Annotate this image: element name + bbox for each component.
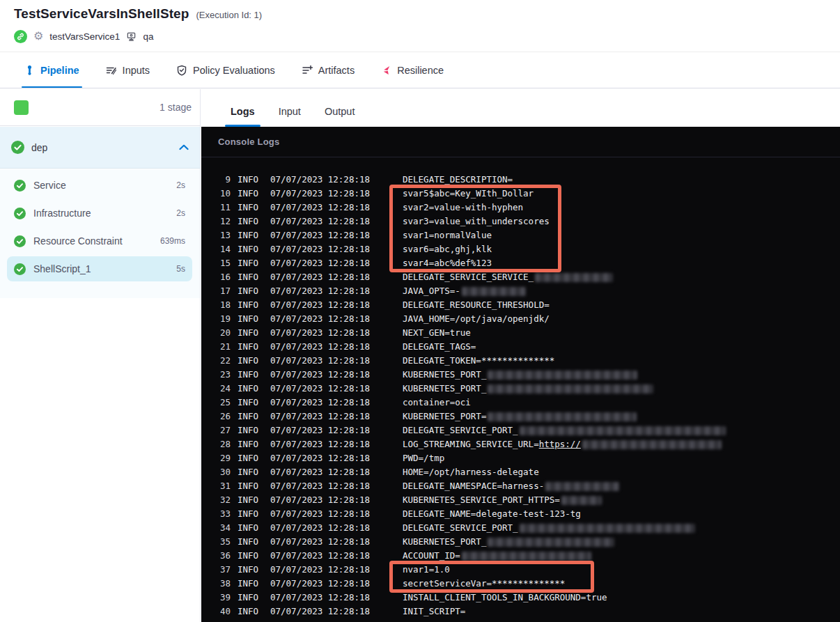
chevron-up-icon[interactable] — [179, 144, 189, 150]
log-text: KUBERNETES_PORT_ — [403, 368, 486, 382]
log-text: JAVA_HOME=/opt/java/openjdk/ — [403, 312, 550, 326]
title-row: TestServiceVarsInShellStep (Execution Id… — [14, 6, 262, 22]
step-label: Infrastructure — [33, 208, 169, 219]
console-header: Console Logs — [201, 127, 840, 157]
log-text: ACCOUNT_ID= — [403, 549, 460, 563]
resilience-icon — [381, 65, 391, 76]
step-success-check-icon — [14, 263, 26, 275]
log-tab-output[interactable]: Output — [325, 106, 355, 127]
log-line-number: 22 — [201, 354, 231, 368]
execution-sidebar: 1 stage dep Service2sInfrastructure2sRes… — [0, 89, 201, 622]
log-tab-input[interactable]: Input — [279, 106, 301, 127]
tab-artifacts[interactable]: Artifacts — [302, 53, 355, 88]
log-level: INFO — [238, 298, 262, 312]
log-level: INFO — [238, 549, 262, 563]
log-text: DELEGATE_NAMESPACE=harness- — [403, 479, 544, 493]
log-level: INFO — [238, 228, 262, 242]
step-duration: 2s — [176, 208, 185, 218]
log-text: svar1=normalValue — [403, 228, 492, 242]
log-timestamp: 07/07/2023 12:28:18 — [270, 326, 369, 340]
log-timestamp: 07/07/2023 12:28:18 — [270, 284, 369, 298]
log-line-number: 14 — [201, 242, 231, 256]
log-line-number: 39 — [201, 591, 231, 605]
log-level: INFO — [238, 396, 262, 410]
log-text: INSTALL_CLIENT_TOOLS_IN_BACKGROUND=true — [403, 591, 607, 605]
sidebar-step-service[interactable]: Service2s — [7, 173, 192, 198]
log-line-9: 9INFO07/07/2023 12:28:18DELEGATE_DESCRIP… — [201, 173, 840, 187]
log-line-10: 10INFO07/07/2023 12:28:18svar5$abc=Key_W… — [201, 187, 840, 201]
service-name[interactable]: testVarsService1 — [49, 31, 120, 42]
log-level: INFO — [238, 577, 262, 591]
log-timestamp: 07/07/2023 12:28:18 — [270, 535, 369, 549]
artifacts-icon — [302, 65, 313, 76]
environment-name[interactable]: qa — [143, 31, 153, 42]
redacted-value — [520, 524, 695, 533]
console-log-lines: 9INFO07/07/2023 12:28:18DELEGATE_DESCRIP… — [201, 173, 840, 619]
tab-pipeline[interactable]: Pipeline — [24, 53, 79, 88]
log-line-number: 37 — [201, 563, 231, 577]
step-duration: 5s — [176, 264, 185, 274]
log-line-34: 34INFO07/07/2023 12:28:18DELEGATE_SERVIC… — [201, 521, 840, 535]
redacted-value — [462, 287, 526, 296]
log-timestamp: 07/07/2023 12:28:18 — [270, 228, 369, 242]
step-label: Service — [33, 180, 169, 191]
tab-policy-evaluations[interactable]: Policy Evaluations — [176, 53, 275, 88]
sidebar-step-shellscript-1[interactable]: ShellScript_15s — [7, 256, 192, 281]
redacted-value — [545, 482, 619, 491]
log-line-number: 30 — [201, 465, 231, 479]
log-line-number: 25 — [201, 396, 231, 410]
log-message: secretServiceVar=************** — [403, 577, 565, 591]
log-level: INFO — [238, 410, 262, 423]
log-line-32: 32INFO07/07/2023 12:28:18KUBERNETES_SERV… — [201, 493, 840, 507]
log-timestamp: 07/07/2023 12:28:18 — [270, 187, 369, 201]
tab-inputs[interactable]: Inputs — [106, 53, 150, 88]
log-message: svar6=abc,ghj,klk — [403, 242, 492, 256]
log-level: INFO — [238, 563, 262, 577]
log-line-number: 15 — [201, 256, 231, 270]
stage-status-square[interactable] — [14, 100, 29, 115]
inputs-icon — [106, 65, 117, 76]
log-message: KUBERNETES_PORT= — [403, 410, 637, 423]
sidebar-step-resource-constraint[interactable]: Resource Constraint639ms — [7, 228, 192, 254]
step-label: ShellScript_1 — [33, 263, 169, 274]
stage-group-dep[interactable]: dep — [0, 127, 200, 169]
log-line-13: 13INFO07/07/2023 12:28:18svar1=normalVal… — [201, 228, 840, 242]
environment-icon — [126, 31, 137, 42]
tab-pipeline-label: Pipeline — [40, 65, 79, 76]
log-timestamp: 07/07/2023 12:28:18 — [270, 201, 369, 215]
log-line-number: 27 — [201, 423, 231, 437]
log-line-number: 32 — [201, 493, 231, 507]
log-url-link[interactable]: https:// — [539, 437, 581, 451]
log-text: nvar1=1.0 — [403, 563, 450, 577]
sidebar-step-infrastructure[interactable]: Infrastructure2s — [7, 201, 192, 226]
log-timestamp: 07/07/2023 12:28:18 — [270, 563, 369, 577]
log-message: DELEGATE_RESOURCE_THRESHOLD= — [403, 298, 550, 312]
log-text: svar5$abc=Key_WIth_Dollar — [403, 187, 534, 201]
log-line-29: 29INFO07/07/2023 12:28:18PWD=/tmp — [201, 451, 840, 465]
log-tab-logs[interactable]: Logs — [231, 106, 255, 127]
log-level: INFO — [238, 423, 262, 437]
log-level: INFO — [238, 326, 262, 340]
log-line-14: 14INFO07/07/2023 12:28:18svar6=abc,ghj,k… — [201, 242, 840, 256]
log-text: JAVA_OPTS=- — [403, 284, 460, 298]
tab-resilience[interactable]: Resilience — [381, 53, 444, 88]
log-text: svar2=value-with-hyphen — [403, 201, 523, 215]
log-message: INIT_SCRIPT= — [403, 605, 465, 619]
log-level: INFO — [238, 605, 262, 619]
log-message: KUBERNETES_SERVICE_PORT_HTTPS= — [403, 493, 602, 507]
log-timestamp: 07/07/2023 12:28:18 — [270, 423, 369, 437]
log-text: DELEGATE_SERVICE_SERVICE_ — [403, 270, 534, 284]
log-timestamp: 07/07/2023 12:28:18 — [270, 270, 369, 284]
log-line-number: 17 — [201, 284, 231, 298]
step-success-check-icon — [14, 235, 26, 247]
log-timestamp: 07/07/2023 12:28:18 — [270, 437, 369, 451]
step-success-check-icon — [14, 208, 26, 219]
log-text: INIT_SCRIPT= — [403, 605, 465, 619]
log-line-number: 20 — [201, 326, 231, 340]
log-line-number: 31 — [201, 479, 231, 493]
page-title: TestServiceVarsInShellStep — [14, 6, 189, 22]
log-line-number: 18 — [201, 298, 231, 312]
log-line-31: 31INFO07/07/2023 12:28:18DELEGATE_NAMESP… — [201, 479, 840, 493]
log-line-number: 29 — [201, 451, 231, 465]
log-line-33: 33INFO07/07/2023 12:28:18DELEGATE_NAME=d… — [201, 507, 840, 521]
